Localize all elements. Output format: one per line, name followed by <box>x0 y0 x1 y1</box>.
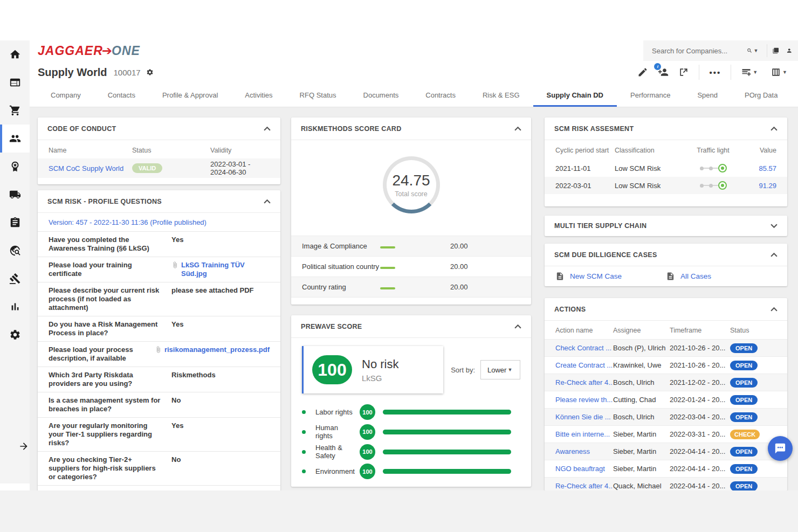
search-scope-caret-icon[interactable]: ▼ <box>753 48 758 53</box>
action-name-link[interactable]: Check Contract ... <box>555 344 611 352</box>
action-row: NGO beauftragt Sieber, Martin 2022-04-14… <box>545 460 787 477</box>
category-score-bar <box>383 430 511 434</box>
sidebar-item-settings[interactable] <box>0 321 30 349</box>
tab-activities[interactable]: Activities <box>231 84 286 107</box>
category-score-bar <box>383 450 511 454</box>
truck-icon <box>9 189 21 201</box>
company-settings-icon[interactable] <box>146 68 154 76</box>
question-text: Please describe your current risk proces… <box>49 286 171 312</box>
collapse-chevron-up-icon[interactable] <box>771 307 778 312</box>
assignee: Sieber, Martin <box>613 465 670 473</box>
score-label: Image & Compliance <box>302 242 380 251</box>
collapse-chevron-up-icon[interactable] <box>264 199 271 204</box>
recent-items-icon[interactable] <box>773 45 779 56</box>
tab-performance[interactable]: Performance <box>617 84 684 107</box>
attachment-link[interactable]: LkSG Training TÜV Süd.jpg <box>181 261 270 278</box>
tab-spend[interactable]: Spend <box>684 84 731 107</box>
expand-chevron-down-icon[interactable] <box>771 224 778 229</box>
tab-porg-data[interactable]: POrg Data <box>731 84 791 107</box>
app-header: JAGGAER➔ONE ▼ <box>30 40 798 61</box>
action-name-link[interactable]: Können Sie die ... <box>555 413 611 421</box>
category-score-badge: 100 <box>360 404 375 420</box>
sidebar-item-analytics[interactable] <box>0 293 30 321</box>
action-row: Re-Check after 4... Bosch, Ulrich 2021-1… <box>545 374 787 391</box>
question-row: Which 3rd Party Riskdata providers are y… <box>38 367 280 392</box>
tab-risk-esg[interactable]: Risk & ESG <box>469 84 533 107</box>
tab-company[interactable]: Company <box>37 84 94 107</box>
column-period: Cyclic period start <box>555 147 615 154</box>
risk-scope-label: LkSG <box>362 374 398 383</box>
collapse-chevron-up-icon[interactable] <box>264 126 271 131</box>
score-dash-indicator <box>380 242 450 250</box>
status-badge: OPEN <box>730 481 758 491</box>
action-name-link[interactable]: Please review th... <box>555 396 613 404</box>
column-view-button[interactable]: ▼ <box>771 67 790 78</box>
profile-version-link[interactable]: Version: 457 - 2022-11-30 11:36 (Profile… <box>49 218 207 226</box>
category-score-badge: 100 <box>360 464 375 479</box>
search-input[interactable] <box>652 47 747 55</box>
timeframe: 2022-04-14 - 20... <box>670 465 730 473</box>
sidebar-item-news[interactable] <box>0 68 30 96</box>
question-row: Please load your process description, if… <box>38 342 280 367</box>
collapse-chevron-up-icon[interactable] <box>771 252 778 257</box>
action-name-link[interactable]: Create Contract ... <box>555 361 613 369</box>
assessment-value-link[interactable]: 85.57 <box>759 164 776 172</box>
tab-profile-approval[interactable]: Profile & Approval <box>149 84 231 107</box>
action-name-link[interactable]: NGO beauftragt <box>555 465 605 473</box>
add-contact-button[interactable]: i <box>658 67 669 78</box>
transfer-button[interactable] <box>678 67 689 78</box>
search-icon[interactable] <box>747 46 752 56</box>
suppliers-people-icon <box>9 133 21 144</box>
add-tab-button[interactable]: + <box>791 84 798 107</box>
sidebar-item-logistics[interactable] <box>0 181 30 209</box>
coc-document-link[interactable]: SCM CoC Supply World <box>49 164 123 172</box>
tab-rfq-status[interactable]: RFQ Status <box>286 84 350 107</box>
page-title: Supply World <box>38 66 107 79</box>
sidebar-item-quality[interactable] <box>0 153 30 181</box>
sidebar-item-sourcing[interactable] <box>0 237 30 265</box>
all-cases-link[interactable]: All Cases <box>666 272 776 281</box>
period-value: 2022-03-01 <box>555 182 615 190</box>
sidebar-item-home[interactable] <box>0 40 30 68</box>
category-score-bar <box>383 469 511 474</box>
action-name-link[interactable]: Awareness <box>555 447 590 455</box>
overall-score-box: 100 No risk LkSG <box>302 346 443 393</box>
timeframe: 2022-04-14 - 20... <box>670 447 730 455</box>
card-header: CODE OF CONDUCT <box>38 118 280 140</box>
tab-documents[interactable]: Documents <box>350 84 412 107</box>
action-name-link[interactable]: Bitte ein interne... <box>555 430 610 438</box>
question-text: Is a case management system for breaches… <box>49 396 171 413</box>
tab-contacts[interactable]: Contacts <box>94 84 149 107</box>
news-icon <box>9 77 21 88</box>
answer-text: Riskmethods <box>171 371 270 388</box>
assignee: Bosch, Ulrich <box>613 378 670 386</box>
collapse-chevron-up-icon[interactable] <box>514 126 521 131</box>
sidebar-item-assignments[interactable] <box>0 209 30 237</box>
collapse-chevron-up-icon[interactable] <box>514 324 521 329</box>
edit-button[interactable] <box>637 67 648 78</box>
sidebar-item-auctions[interactable] <box>0 265 30 293</box>
action-name-link[interactable]: Re-Check after 4... <box>555 378 613 386</box>
add-form-icon <box>741 67 752 78</box>
company-search-bar: ▼ <box>643 40 798 61</box>
sort-by-select[interactable]: Lower ▼ <box>480 360 520 379</box>
collapse-chevron-up-icon[interactable] <box>771 126 778 131</box>
attachment-link[interactable]: risikomanagement_prozess.pdf <box>164 346 270 354</box>
add-form-button[interactable]: ▼ <box>741 67 761 78</box>
chat-support-button[interactable] <box>768 436 793 461</box>
assessment-value-link[interactable]: 91.29 <box>759 182 776 190</box>
tab-supply-chain-dd[interactable]: Supply Chain DD <box>533 84 617 107</box>
user-profile-icon[interactable] <box>786 45 793 56</box>
sidebar-item-shopping[interactable] <box>0 96 30 125</box>
question-row: Are you checking Tier-2+ suppliers for h… <box>38 452 280 486</box>
table-header: Name Status Validity <box>38 142 280 158</box>
more-actions-button[interactable]: ••• <box>709 68 721 77</box>
action-name-link[interactable]: Re-Check after 4... <box>555 482 613 490</box>
sidebar-item-suppliers[interactable] <box>0 125 30 153</box>
tab-contracts[interactable]: Contracts <box>412 84 469 107</box>
status-badge: OPEN <box>730 447 758 457</box>
new-scm-case-link[interactable]: New SCM Case <box>555 272 666 281</box>
green-dot-icon <box>302 410 306 414</box>
table-header: Action name Assignee Timeframe Status <box>545 322 787 339</box>
app-window: JAGGAER➔ONE ▼ Supply World 100017 i ••• <box>0 0 798 532</box>
